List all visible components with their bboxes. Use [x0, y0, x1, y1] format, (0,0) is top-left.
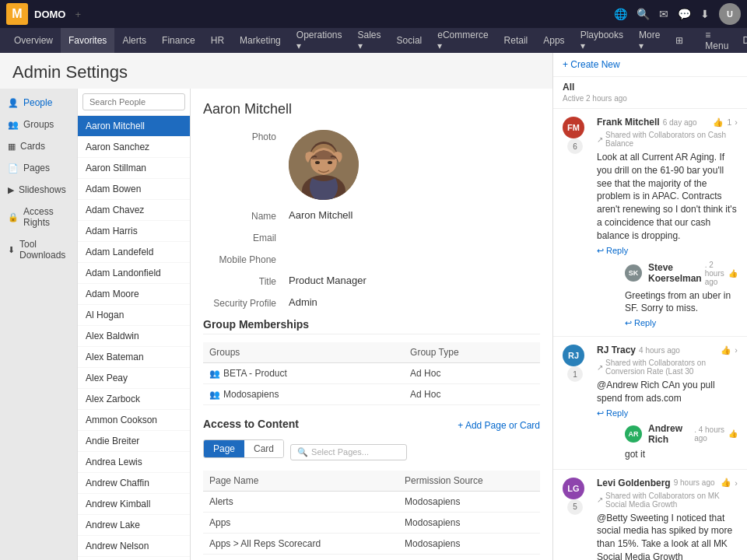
table-row: Apps > All Reps ScorecardModosapiens [203, 534, 540, 555]
buzz-arrow-icon[interactable]: › [735, 345, 738, 355]
buzz-arrow-icon[interactable]: › [735, 117, 738, 127]
nav-alerts[interactable]: Alerts [114, 28, 154, 53]
people-list-item[interactable]: Alex Peay [78, 368, 190, 389]
people-list-item[interactable]: Alex Bateman [78, 347, 190, 368]
nav-hr[interactable]: HR [203, 28, 232, 53]
people-list-item[interactable]: Andrew Chaffin [78, 473, 190, 494]
name-value: Aaron Mitchell [289, 209, 540, 221]
buzz-avatar: RJ [563, 345, 584, 366]
people-list-item[interactable]: Andrea Lewis [78, 452, 190, 473]
sidebar-item-pages[interactable]: 📄 Pages [0, 157, 77, 179]
people-list-item[interactable]: Adam Chavez [78, 200, 190, 221]
groups-icon: 👥 [8, 120, 19, 130]
nav-overview[interactable]: Overview [6, 28, 61, 53]
reply-thumbs-up-icon[interactable]: 👍 [728, 429, 738, 438]
people-list-item[interactable]: Adam Landefeld [78, 242, 190, 263]
people-list-item[interactable]: Andrew Pass [78, 557, 190, 560]
tab-page[interactable]: Page [204, 440, 244, 457]
user-avatar[interactable]: U [719, 3, 741, 25]
people-list-item[interactable]: Alex Zarbock [78, 389, 190, 410]
table-row: AppsModosapiens [203, 513, 540, 534]
permission-source: Modosapiens [398, 492, 540, 513]
buzz-thumbs-up-icon[interactable]: 👍 [713, 117, 724, 128]
tab-card[interactable]: Card [244, 440, 283, 457]
search-pages-icon: 🔍 [297, 447, 308, 457]
mail-icon[interactable]: ✉ [659, 8, 668, 20]
people-list-item[interactable]: Andrew Lake [78, 515, 190, 536]
nav-sales[interactable]: Sales ▾ [350, 28, 389, 53]
nav-social[interactable]: Social [389, 28, 430, 53]
search-pages-container[interactable]: 🔍 Select Pages... [290, 444, 407, 460]
sidebar-label-downloads: Tool Downloads [19, 239, 69, 261]
buzz-post-actions: 👍 › [721, 478, 738, 488]
buzz-arrow-icon[interactable]: › [735, 478, 738, 488]
sidebar-item-access-rights[interactable]: 🔒 Access Rights [0, 201, 77, 233]
menu-button[interactable]: ≡ Menu [697, 28, 736, 53]
nav-apps[interactable]: Apps [535, 28, 572, 53]
people-list-item[interactable]: Ammon Cookson [78, 410, 190, 431]
svg-point-5 [328, 161, 332, 164]
sidebar-item-groups[interactable]: 👥 Groups [0, 114, 77, 135]
nav-operations[interactable]: Operations ▾ [289, 28, 350, 53]
reply-thumbs-up-icon[interactable]: 👍 [728, 269, 738, 278]
sidebar-item-people[interactable]: 👤 People [0, 92, 77, 114]
nav-retail[interactable]: Retail [496, 28, 536, 53]
people-list-item[interactable]: Aaron Mitchell [78, 116, 190, 137]
mobile-label: Mobile Phone [203, 253, 289, 265]
title-value: Product Manager [289, 275, 540, 286]
buzz-post-header: Frank Mitchell 6 day ago 👍 1 › [597, 117, 738, 128]
nav-favorites[interactable]: Favorites [61, 28, 114, 53]
buzz-thumbs-up-icon[interactable]: 👍 [721, 478, 731, 488]
sidebar-label-slideshows: Slideshows [19, 184, 66, 195]
buzz-like-count: 1 [727, 117, 731, 127]
people-list-item[interactable]: Andie Breiter [78, 431, 190, 452]
sidebar-item-slideshows[interactable]: ▶ Slideshows [0, 179, 77, 201]
buzz-filter-all[interactable]: All [563, 82, 574, 93]
search-input[interactable] [82, 93, 185, 110]
buzz-shared-info: ↗Shared with Collaborators on MK Social … [597, 492, 738, 509]
nav-more[interactable]: More ▾ [631, 28, 668, 53]
access-table: Page Name Permission Source AlertsModosa… [203, 471, 540, 560]
buzz-reply-action[interactable]: ↩ Reply [597, 246, 738, 256]
people-list-item[interactable]: Adam Moore [78, 284, 190, 305]
page-name: Apps > All Reps Scorecard [203, 534, 398, 555]
people-list-item[interactable]: Andrew Nelson [78, 536, 190, 557]
people-list-item[interactable]: Adam Bowen [78, 179, 190, 200]
nav-playbooks[interactable]: Playbooks ▾ [573, 28, 631, 53]
people-list-item[interactable]: Andrew Kimball [78, 494, 190, 515]
buzz-thumbs-up-icon[interactable]: 👍 [721, 345, 731, 355]
people-list-item[interactable]: Alex Baldwin [78, 326, 190, 347]
table-row: Apps > Campaign AnalyzerModosapiens [203, 555, 540, 561]
people-list-item[interactable]: Aaron Sanchez [78, 137, 190, 158]
buzz-count-badge: 5 [567, 499, 583, 515]
people-list-item[interactable]: Adam Harris [78, 221, 190, 242]
add-page-card-link[interactable]: + Add Page or Card [458, 420, 540, 431]
buzz-post-header: RJ Tracy 4 hours ago 👍 › [597, 345, 738, 355]
domo-logo[interactable]: M [6, 3, 28, 25]
nav-finance[interactable]: Finance [154, 28, 203, 53]
globe-icon[interactable]: 🌐 [614, 8, 627, 20]
sidebar-item-cards[interactable]: ▦ Cards [0, 135, 77, 157]
people-list-item[interactable]: Adam Landonfield [78, 263, 190, 284]
permission-source: Modosapiens [398, 513, 540, 534]
buzz-author: RJ Tracy [597, 345, 636, 355]
download-icon[interactable]: ⬇ [700, 8, 710, 20]
permission-col-header: Permission Source [398, 471, 540, 492]
buzz-reply-action[interactable]: ↩ Reply [597, 408, 738, 418]
people-list-item[interactable]: Aaron Stillman [78, 158, 190, 179]
grid-icon[interactable]: ⊞ [668, 28, 691, 53]
buzz-post: LG 5 Levi Goldenberg 9 hours ago 👍 › ↗Sh… [553, 470, 747, 560]
buzz-create-btn[interactable]: + Create New [563, 59, 620, 70]
secondary-nav: Overview Favorites Alerts Finance HR Mar… [0, 28, 747, 53]
nav-marketing[interactable]: Marketing [232, 28, 289, 53]
chat-icon[interactable]: 💬 [678, 8, 691, 20]
search-icon[interactable]: 🔍 [637, 8, 650, 20]
sidebar-item-tool-downloads[interactable]: ⬇ Tool Downloads [0, 233, 77, 266]
buzz-author: Frank Mitchell [597, 117, 660, 128]
buzz-post-text: @Betty Sweeting I noticed that social me… [597, 512, 738, 560]
people-list-item[interactable]: Al Hogan [78, 305, 190, 326]
nav-ecommerce[interactable]: eCommerce ▾ [430, 28, 496, 53]
buzz-reply-btn[interactable]: ↩ Reply [625, 318, 738, 328]
people-items-container: Aaron MitchellAaron SanchezAaron Stillma… [78, 116, 190, 560]
downloads-icon: ⬇ [8, 245, 15, 255]
